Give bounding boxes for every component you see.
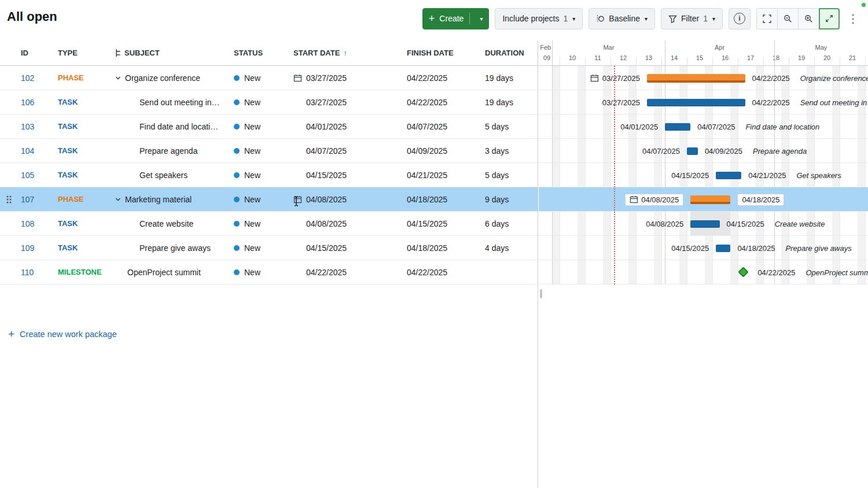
column-header-status[interactable]: STATUS — [226, 49, 289, 57]
include-projects-button[interactable]: Include projects 1 ▾ — [495, 8, 583, 29]
collapse-chevron-icon[interactable] — [115, 196, 122, 203]
gantt-row[interactable]: 04/08/202504/18/2025 — [539, 187, 868, 212]
work-package-status[interactable]: New — [226, 73, 289, 83]
work-package-subject[interactable]: Prepare agenda — [113, 146, 226, 156]
gantt-row[interactable]: 03/27/202504/22/2025Organize conference — [539, 66, 868, 90]
work-package-status[interactable]: New — [226, 195, 289, 204]
filter-button[interactable]: Filter 1 ▾ — [661, 8, 723, 29]
work-package-id[interactable]: 103 — [19, 122, 51, 131]
table-row[interactable]: 105TASKGet speakersNew04/15/202504/21/20… — [0, 163, 538, 187]
gantt-bar-task[interactable] — [716, 172, 741, 179]
column-header-start-date[interactable]: START DATE ↑ — [289, 49, 399, 57]
baseline-button[interactable]: Baseline ▾ — [589, 8, 655, 29]
finish-date-cell[interactable]: 04/09/2025 — [399, 146, 480, 156]
work-package-subject[interactable]: Organize conference — [113, 73, 226, 83]
gantt-row[interactable]: 04/22/2025OpenProject summit — [539, 260, 868, 284]
work-package-subject[interactable]: Prepare give aways — [113, 243, 226, 253]
column-header-subject[interactable]: SUBJECT — [113, 49, 226, 57]
gantt-bar-task[interactable] — [687, 147, 698, 155]
zoom-in-button[interactable] — [798, 8, 819, 29]
work-package-id[interactable]: 104 — [19, 146, 51, 156]
work-package-subject[interactable]: Find date and locati… — [113, 122, 226, 131]
table-row[interactable]: 108TASKCreate websiteNew04/08/202504/15/… — [0, 212, 538, 236]
start-date-cell[interactable]: 04/15/2025 — [289, 171, 399, 180]
work-package-status[interactable]: New — [226, 146, 289, 156]
gantt-row[interactable]: 04/15/202504/21/2025Get speakers — [539, 163, 868, 187]
work-package-id[interactable]: 110 — [19, 268, 51, 277]
start-date-cell[interactable]: 04/07/2025 — [289, 146, 399, 156]
gantt-fullscreen-toggle-button[interactable] — [819, 8, 840, 29]
work-package-status[interactable]: New — [226, 171, 289, 180]
gantt-bar-task[interactable] — [647, 99, 745, 106]
work-package-subject[interactable]: Get speakers — [113, 171, 226, 180]
duration-cell[interactable]: 9 days — [480, 195, 537, 204]
gantt-row[interactable]: 03/27/202504/22/2025Send out meeting in… — [539, 90, 868, 114]
gantt-milestone-diamond[interactable] — [738, 267, 748, 277]
gantt-bar-task[interactable] — [665, 123, 690, 131]
collapse-chevron-icon[interactable] — [115, 75, 122, 82]
work-package-status[interactable]: New — [226, 243, 289, 253]
start-date-cell[interactable]: 03/27/2025 — [289, 98, 399, 107]
work-package-status[interactable]: New — [226, 219, 289, 228]
table-row[interactable]: 106TASKSend out meeting in…New03/27/2025… — [0, 90, 538, 114]
finish-date-cell[interactable]: 04/18/2025 — [399, 243, 480, 253]
work-package-id[interactable]: 108 — [19, 219, 51, 228]
work-package-subject[interactable]: Create website — [113, 219, 226, 228]
start-date-cell[interactable]: 04/08/2025 — [289, 195, 399, 204]
drag-handle[interactable] — [0, 195, 19, 204]
start-date-cell[interactable]: 04/15/2025 — [289, 243, 399, 253]
finish-date-cell[interactable]: 04/22/2025 — [399, 73, 480, 83]
gantt-bar-task[interactable] — [716, 245, 730, 252]
finish-date-cell[interactable]: 04/07/2025 — [399, 122, 480, 131]
work-package-id[interactable]: 102 — [19, 73, 51, 83]
finish-date-cell[interactable]: 04/15/2025 — [399, 219, 480, 228]
hierarchy-icon[interactable] — [115, 49, 123, 57]
gantt-row[interactable]: 04/07/202504/09/2025Prepare agenda — [539, 139, 868, 163]
start-date-cell[interactable]: 03/27/2025 — [289, 73, 399, 83]
work-package-id[interactable]: 107 — [19, 195, 51, 204]
gantt-row[interactable]: 04/08/202504/15/2025Create website — [539, 212, 868, 236]
gantt-bar-task[interactable] — [690, 220, 719, 228]
info-button[interactable]: i — [729, 8, 751, 29]
table-row[interactable]: 104TASKPrepare agendaNew04/07/202504/09/… — [0, 139, 538, 163]
create-work-package-link[interactable]: + Create new work package — [8, 328, 117, 339]
work-package-id[interactable]: 105 — [19, 171, 51, 180]
duration-cell[interactable]: 4 days — [480, 243, 537, 253]
duration-cell[interactable]: 5 days — [480, 171, 537, 180]
column-header-finish-date[interactable]: FINISH DATE — [399, 49, 480, 57]
work-package-status[interactable]: New — [226, 268, 289, 277]
table-row[interactable]: 110MILESTONEOpenProject summitNew04/22/2… — [0, 260, 538, 284]
gantt-row[interactable]: 04/15/202504/18/2025Prepare give aways — [539, 236, 868, 260]
more-menu-button[interactable]: ⋮ — [845, 12, 860, 25]
duration-cell[interactable]: 5 days — [480, 122, 537, 131]
table-row[interactable]: 103TASKFind date and locati…New04/01/202… — [0, 114, 538, 139]
table-gantt-divider[interactable] — [538, 40, 538, 488]
gantt-row[interactable]: 04/01/202504/07/2025Find date and locati… — [539, 114, 868, 139]
work-package-subject[interactable]: Marketing material — [113, 195, 226, 204]
duration-cell[interactable]: 19 days — [480, 73, 537, 83]
finish-date-cell[interactable]: 04/18/2025 — [399, 195, 480, 204]
work-package-status[interactable]: New — [226, 98, 289, 107]
table-row[interactable]: 102PHASEOrganize conferenceNew03/27/2025… — [0, 66, 538, 90]
work-package-subject[interactable]: OpenProject summit — [113, 268, 226, 277]
work-package-subject[interactable]: Send out meeting in… — [113, 98, 226, 107]
finish-date-cell[interactable]: 04/22/2025 — [399, 268, 480, 277]
finish-date-cell[interactable]: 04/22/2025 — [399, 98, 480, 107]
table-row[interactable]: 109TASKPrepare give awaysNew04/15/202504… — [0, 236, 538, 260]
start-date-cell[interactable]: 04/08/2025 — [289, 219, 399, 228]
column-header-duration[interactable]: DURATION — [480, 49, 537, 57]
column-header-id[interactable]: ID — [19, 49, 51, 57]
finish-date-cell[interactable]: 04/21/2025 — [399, 171, 480, 180]
duration-cell[interactable]: 19 days — [480, 98, 537, 107]
gantt-scrollbar-thumb[interactable] — [540, 289, 542, 298]
duration-cell[interactable]: 6 days — [480, 219, 537, 228]
gantt-bar-phase[interactable] — [690, 195, 730, 204]
zoom-out-button[interactable] — [777, 8, 798, 29]
create-button[interactable]: + Create ▾ — [422, 8, 490, 29]
zoom-to-fit-button[interactable] — [756, 8, 777, 29]
start-date-cell[interactable]: 04/01/2025 — [289, 122, 399, 131]
work-package-id[interactable]: 109 — [19, 243, 51, 253]
work-package-id[interactable]: 106 — [19, 98, 51, 107]
column-header-type[interactable]: TYPE — [51, 49, 113, 57]
table-row[interactable]: 107PHASEMarketing materialNew04/08/20250… — [0, 187, 538, 212]
